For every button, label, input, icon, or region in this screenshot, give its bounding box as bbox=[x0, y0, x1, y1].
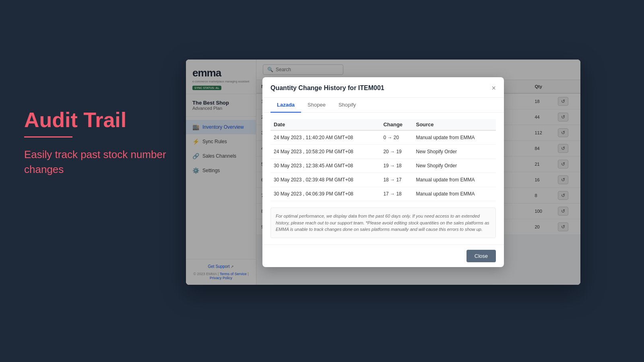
main-content: 🔍 No. SKU Product Name Master Qty Platfo… bbox=[256, 60, 580, 285]
col-change: Change bbox=[380, 119, 413, 130]
history-table-header: Date Change Source bbox=[270, 119, 496, 130]
quantity-history-modal: Quantity Change History for ITEM001 × La… bbox=[262, 77, 504, 267]
modal-footer: Close bbox=[262, 245, 504, 267]
history-date: 24 May 2023 , 11:40:20 AM GMT+08 bbox=[270, 130, 380, 145]
history-date: 30 May 2023 , 12:38:45 AM GMT+08 bbox=[270, 159, 380, 173]
history-change: 17 → 18 bbox=[380, 187, 413, 201]
history-change: 0 → 20 bbox=[380, 130, 413, 145]
app-window: emma e-commerce marketplace managing ass… bbox=[186, 60, 580, 285]
history-row: 30 May 2023 , 12:38:45 AM GMT+08 19 → 18… bbox=[270, 159, 496, 173]
history-change: 19 → 18 bbox=[380, 159, 413, 173]
history-row: 24 May 2023 , 10:58:20 PM GMT+08 20 → 19… bbox=[270, 145, 496, 159]
tab-shopify[interactable]: Shopify bbox=[332, 98, 362, 113]
history-table-body: 24 May 2023 , 11:40:20 AM GMT+08 0 → 20 … bbox=[270, 130, 496, 201]
tab-shopee[interactable]: Shopee bbox=[301, 98, 332, 113]
history-row: 30 May 2023 , 02:39:48 PM GMT+08 18 → 17… bbox=[270, 173, 496, 187]
tab-lazada[interactable]: Lazada bbox=[270, 98, 301, 113]
history-date: 24 May 2023 , 10:58:20 PM GMT+08 bbox=[270, 145, 380, 159]
history-change: 18 → 17 bbox=[380, 173, 413, 187]
history-source: New Shopify Order bbox=[413, 145, 496, 159]
history-change: 20 → 19 bbox=[380, 145, 413, 159]
history-date: 30 May 2023 , 02:39:48 PM GMT+08 bbox=[270, 173, 380, 187]
history-date: 30 May 2023 , 04:06:39 PM GMT+08 bbox=[270, 187, 380, 201]
modal-notice: For optimal performance, we display data… bbox=[270, 208, 496, 238]
history-source: New Shopify Order bbox=[413, 159, 496, 173]
hero-subtitle: Easily track past stock number changes bbox=[24, 147, 177, 177]
modal-tabs: Lazada Shopee Shopify bbox=[262, 98, 504, 113]
modal-close-footer-button[interactable]: Close bbox=[466, 250, 496, 262]
hero-title: Audit Trail bbox=[24, 109, 177, 132]
history-row: 24 May 2023 , 11:40:20 AM GMT+08 0 → 20 … bbox=[270, 130, 496, 145]
history-row: 30 May 2023 , 04:06:39 PM GMT+08 17 → 18… bbox=[270, 187, 496, 201]
modal-title: Quantity Change History for ITEM001 bbox=[270, 84, 384, 92]
modal-body: Date Change Source 24 May 2023 , 11:40:2… bbox=[262, 113, 504, 245]
modal-close-button[interactable]: × bbox=[491, 84, 496, 92]
history-source: Manual update from EMMA bbox=[413, 187, 496, 201]
modal-overlay: Quantity Change History for ITEM001 × La… bbox=[256, 60, 580, 285]
modal-header: Quantity Change History for ITEM001 × bbox=[262, 77, 504, 98]
col-date: Date bbox=[270, 119, 380, 130]
history-source: Manual update from EMMA bbox=[413, 130, 496, 145]
hero-underline bbox=[24, 136, 72, 138]
hero-section: Audit Trail Easily track past stock numb… bbox=[24, 109, 177, 177]
history-source: Manual update from EMMA bbox=[413, 173, 496, 187]
col-source: Source bbox=[413, 119, 496, 130]
history-table: Date Change Source 24 May 2023 , 11:40:2… bbox=[270, 119, 496, 201]
